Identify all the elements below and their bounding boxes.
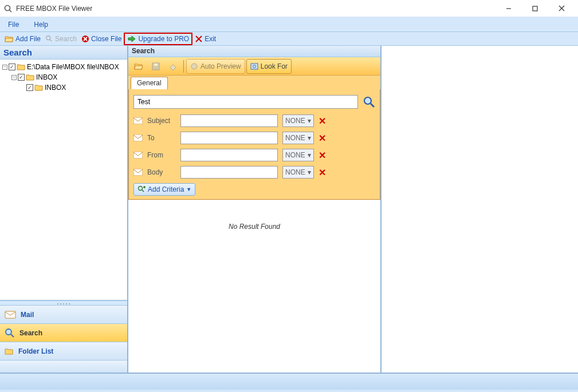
auto-preview-button[interactable]: Auto Preview	[186, 59, 245, 74]
close-file-label: Close File	[91, 35, 121, 43]
remove-from-button[interactable]: ✕	[319, 150, 326, 161]
upgrade-button[interactable]: Upgrade to PRO	[124, 33, 192, 45]
exit-label: Exit	[205, 35, 216, 43]
svg-line-28	[142, 190, 144, 192]
checkbox[interactable]: ✓	[9, 64, 15, 70]
chevron-down-icon: ▼	[186, 187, 191, 192]
svg-point-21	[364, 97, 371, 104]
subject-label: Subject	[147, 117, 176, 125]
exit-icon	[195, 35, 203, 43]
folder-icon	[5, 347, 14, 355]
svg-rect-24	[133, 134, 143, 141]
clear-search-button[interactable]	[165, 59, 181, 74]
add-file-label: Add File	[15, 35, 41, 43]
subject-input[interactable]	[180, 114, 278, 127]
close-file-icon	[81, 35, 89, 43]
body-label: Body	[147, 168, 176, 176]
nav-search[interactable]: Search	[0, 323, 127, 342]
nav-mail[interactable]: Mail	[0, 305, 127, 323]
tree-root-row[interactable]: − ✓ E:\Data File\MBOX file\INBOX	[1, 62, 126, 72]
search-input[interactable]	[133, 95, 358, 109]
add-file-button[interactable]: Add File	[2, 34, 43, 44]
subject-match-dropdown[interactable]: NONE▾	[282, 114, 314, 127]
close-button[interactable]	[548, 1, 575, 17]
envelope-icon	[133, 169, 143, 176]
svg-line-7	[50, 39, 52, 41]
from-input[interactable]	[180, 149, 278, 161]
collapse-icon[interactable]: −	[11, 75, 17, 80]
nav-search-label: Search	[19, 329, 42, 337]
look-for-label: Look For	[261, 62, 288, 70]
body-match-dropdown[interactable]: NONE▾	[282, 166, 314, 179]
search-input-row	[133, 95, 375, 109]
search-icon	[45, 35, 53, 43]
nav-mail-label: Mail	[21, 311, 34, 319]
svg-line-22	[371, 104, 374, 107]
svg-rect-13	[5, 311, 15, 318]
from-match-dropdown[interactable]: NONE▾	[282, 149, 314, 161]
main-toolbar: Add File Search Close File Upgrade to PR…	[0, 32, 578, 46]
add-criteria-button[interactable]: Add Criteria ▼	[133, 183, 195, 196]
exit-button[interactable]: Exit	[192, 34, 218, 44]
nav-padding	[0, 360, 127, 373]
save-search-button[interactable]	[148, 59, 164, 74]
nav-folder-list-label: Folder List	[18, 347, 53, 355]
envelope-icon	[133, 134, 143, 141]
remove-to-button[interactable]: ✕	[319, 133, 326, 144]
folder-open-icon	[5, 35, 14, 43]
status-bar	[0, 373, 578, 390]
tree-child1-row[interactable]: − ✓ INBOX	[1, 72, 126, 82]
pane-gripper[interactable]: • • • • •	[0, 300, 127, 305]
minimize-button[interactable]	[496, 1, 522, 17]
svg-rect-23	[133, 117, 143, 124]
nav-folder-list[interactable]: Folder List	[0, 342, 127, 360]
nav-sections: Mail Search Folder List	[0, 305, 127, 373]
look-for-button[interactable]: Look For	[246, 59, 292, 74]
close-file-button[interactable]: Close File	[79, 34, 124, 44]
remove-body-button[interactable]: ✕	[319, 167, 326, 178]
collapse-icon[interactable]: −	[2, 65, 7, 70]
svg-rect-26	[133, 169, 143, 176]
menu-bar: File Help	[0, 17, 578, 32]
open-search-button[interactable]	[131, 59, 147, 74]
folder-open-icon	[134, 62, 143, 70]
to-label: To	[147, 134, 176, 142]
remove-subject-button[interactable]: ✕	[319, 116, 326, 126]
svg-line-1	[10, 10, 12, 12]
tree-root-label: E:\Data File\MBOX file\INBOX	[27, 63, 119, 71]
title-bar: FREE MBOX File Viewer	[0, 0, 578, 17]
content-area: Search − ✓ E:\Data File\MBOX file\INBOX …	[0, 46, 578, 373]
svg-point-14	[6, 329, 11, 335]
chevron-down-icon: ▾	[308, 168, 311, 176]
window-title: FREE MBOX File Viewer	[16, 5, 496, 13]
menu-help[interactable]: Help	[30, 19, 52, 30]
upgrade-label: Upgrade to PRO	[138, 35, 189, 43]
no-result-label: No Result Found	[229, 223, 280, 231]
menu-file[interactable]: File	[5, 19, 22, 30]
eraser-icon	[168, 62, 178, 70]
tab-general[interactable]: General	[131, 77, 168, 89]
separator	[183, 60, 184, 73]
chevron-down-icon: ▾	[308, 134, 311, 142]
folder-icon	[17, 63, 26, 71]
body-input[interactable]	[180, 166, 278, 179]
criteria-panel: Subject NONE▾ ✕ To NONE▾ ✕ From NONE▾ ✕	[128, 89, 380, 200]
tree-child2-row[interactable]: ✓ INBOX	[1, 82, 126, 93]
folder-tree[interactable]: − ✓ E:\Data File\MBOX file\INBOX − ✓ INB…	[0, 60, 127, 300]
chevron-down-icon: ▾	[308, 117, 311, 125]
from-label: From	[147, 151, 176, 159]
tree-child1-label: INBOX	[36, 73, 57, 81]
svg-point-18	[191, 64, 197, 69]
to-input[interactable]	[180, 132, 278, 144]
envelope-icon	[133, 152, 143, 159]
checkbox[interactable]: ✓	[26, 84, 33, 91]
svg-point-27	[139, 187, 143, 191]
toolbar-search-label: Search	[55, 35, 77, 43]
maximize-button[interactable]	[522, 1, 548, 17]
svg-point-0	[5, 5, 10, 10]
search-go-icon[interactable]	[363, 96, 375, 108]
to-match-dropdown[interactable]: NONE▾	[282, 132, 314, 144]
checkbox[interactable]: ✓	[18, 74, 25, 81]
toolbar-search-button[interactable]: Search	[43, 34, 79, 44]
add-criteria-label: Add Criteria	[148, 185, 184, 193]
